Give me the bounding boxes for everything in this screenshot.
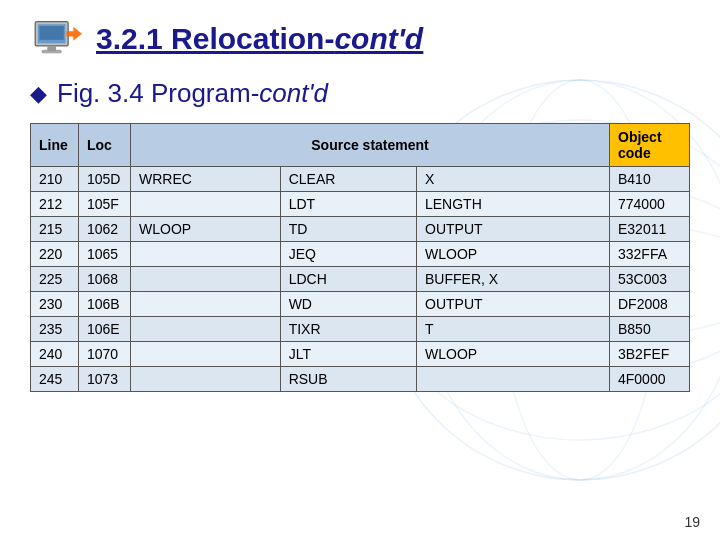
- table-cell: [131, 267, 281, 292]
- subtitle-row: ◆ Fig. 3.4 Program-cont'd: [30, 78, 690, 109]
- table-cell: WLOOP: [417, 342, 610, 367]
- program-table: Line Loc Source statement Object code 21…: [30, 123, 690, 392]
- header-object-code: Object code: [610, 124, 690, 167]
- table-cell: OUTPUT: [417, 217, 610, 242]
- table-cell: JLT: [280, 342, 416, 367]
- table-cell: WLOOP: [131, 217, 281, 242]
- bullet-icon: ◆: [30, 81, 47, 107]
- table-cell: 225: [31, 267, 79, 292]
- table-cell: 332FFA: [610, 242, 690, 267]
- table-cell: T: [417, 317, 610, 342]
- table-row: 2201065JEQWLOOP332FFA: [31, 242, 690, 267]
- table-cell: OUTPUT: [417, 292, 610, 317]
- table-cell: [131, 317, 281, 342]
- table-cell: 230: [31, 292, 79, 317]
- table-cell: [131, 192, 281, 217]
- table-cell: [131, 292, 281, 317]
- table-cell: DF2008: [610, 292, 690, 317]
- table-cell: JEQ: [280, 242, 416, 267]
- table-row: 2251068LDCHBUFFER, X53C003: [31, 267, 690, 292]
- table-cell: B410: [610, 167, 690, 192]
- table-cell: 106B: [79, 292, 131, 317]
- table-cell: [417, 367, 610, 392]
- table-cell: B850: [610, 317, 690, 342]
- svg-rect-10: [42, 50, 61, 53]
- table-cell: [131, 242, 281, 267]
- table-cell: 220: [31, 242, 79, 267]
- table-cell: LDCH: [280, 267, 416, 292]
- table-cell: E32011: [610, 217, 690, 242]
- table-cell: 105D: [79, 167, 131, 192]
- table-cell: 1068: [79, 267, 131, 292]
- table-cell: 3B2FEF: [610, 342, 690, 367]
- table-cell: 240: [31, 342, 79, 367]
- table-cell: CLEAR: [280, 167, 416, 192]
- table-cell: [131, 367, 281, 392]
- table-cell: TD: [280, 217, 416, 242]
- table-cell: WD: [280, 292, 416, 317]
- subtitle-prefix: Fig. 3.4 Program-: [57, 78, 259, 108]
- table-row: 2151062WLOOPTDOUTPUTE32011: [31, 217, 690, 242]
- table-row: 212105FLDTLENGTH774000: [31, 192, 690, 217]
- table-cell: 215: [31, 217, 79, 242]
- title-main: 3.2.1 Relocation-: [96, 22, 334, 55]
- subtitle-text: Fig. 3.4 Program-cont'd: [57, 78, 328, 109]
- table-header-row: Line Loc Source statement Object code: [31, 124, 690, 167]
- table-cell: TIXR: [280, 317, 416, 342]
- table-cell: 1073: [79, 367, 131, 392]
- title-row: 3.2.1 Relocation-cont'd: [30, 18, 690, 60]
- table-row: 2401070JLTWLOOP3B2FEF: [31, 342, 690, 367]
- table-row: 230106BWDOUTPUTDF2008: [31, 292, 690, 317]
- table-cell: 1070: [79, 342, 131, 367]
- table-cell: 1065: [79, 242, 131, 267]
- table-cell: 53C003: [610, 267, 690, 292]
- table-cell: X: [417, 167, 610, 192]
- title-italic: cont'd: [334, 22, 423, 55]
- table-cell: BUFFER, X: [417, 267, 610, 292]
- header-source: Source statement: [131, 124, 610, 167]
- table-cell: 4F0000: [610, 367, 690, 392]
- page-title: 3.2.1 Relocation-cont'd: [96, 22, 423, 56]
- table-cell: WRREC: [131, 167, 281, 192]
- table-cell: 245: [31, 367, 79, 392]
- table-cell: WLOOP: [417, 242, 610, 267]
- page-number: 19: [684, 514, 700, 530]
- table-cell: LENGTH: [417, 192, 610, 217]
- table-cell: 774000: [610, 192, 690, 217]
- table-cell: [131, 342, 281, 367]
- table-row: 2451073RSUB4F0000: [31, 367, 690, 392]
- header-loc: Loc: [79, 124, 131, 167]
- table-cell: RSUB: [280, 367, 416, 392]
- table-cell: 235: [31, 317, 79, 342]
- table-row: 210105DWRRECCLEARXB410: [31, 167, 690, 192]
- subtitle-italic: cont'd: [259, 78, 328, 108]
- table-cell: 210: [31, 167, 79, 192]
- svg-rect-8: [40, 26, 64, 40]
- table-cell: 106E: [79, 317, 131, 342]
- table-cell: 212: [31, 192, 79, 217]
- table-row: 235106ETIXRTB850: [31, 317, 690, 342]
- table-cell: LDT: [280, 192, 416, 217]
- table-cell: 105F: [79, 192, 131, 217]
- computer-icon: [30, 18, 82, 60]
- table-cell: 1062: [79, 217, 131, 242]
- header-line: Line: [31, 124, 79, 167]
